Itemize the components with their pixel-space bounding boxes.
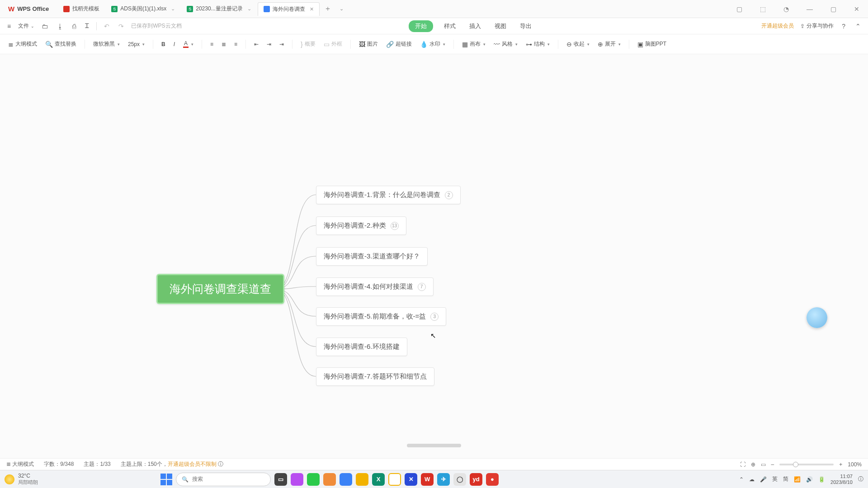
maximize-button[interactable]: ▢ [826, 5, 841, 13]
tab-mindmap[interactable]: 海外问卷调查 ✕ [258, 2, 320, 16]
minimize-button[interactable]: — [802, 5, 817, 13]
ribbon-tab-export[interactable]: 导出 [517, 20, 534, 32]
redo-icon[interactable]: ↷ [117, 21, 126, 32]
collapse-button[interactable]: ⊖收起▾ [566, 40, 590, 48]
save-icon[interactable]: 🗀 [40, 21, 50, 32]
mindmap-child-node[interactable]: 海外问卷调查-7.答题环节和细节点 [316, 367, 434, 386]
ribbon-tab-style[interactable]: 样式 [441, 20, 458, 32]
cube-icon[interactable]: ⬚ [755, 5, 770, 13]
zoom-minus-button[interactable]: – [771, 461, 774, 468]
font-family-select[interactable]: 微软雅黑▾ [93, 40, 120, 48]
zoom-slider[interactable] [779, 464, 834, 465]
find-replace-button[interactable]: 🔍查找替换 [45, 40, 76, 48]
mindmap-child-node[interactable]: 海外问卷调查-3.渠道查哪个好？ [316, 247, 428, 266]
font-size-select[interactable]: 25px▾ [128, 41, 145, 47]
tab-xlsx-1[interactable]: S ADS美国(1)(1).xlsx ⌄ [106, 2, 180, 15]
mindmap-root-node[interactable]: 海外问卷调查渠道查 [156, 274, 284, 304]
hyperlink-button[interactable]: 🔗超链接 [386, 40, 412, 48]
taskbar-app-icon[interactable]: ✈ [437, 473, 450, 486]
mindmap-child-node[interactable]: 海外问卷调查-4.如何对接渠道 7 [316, 277, 434, 296]
indent-left-button[interactable]: ⇤ [254, 41, 259, 47]
taskbar-search[interactable]: 🔍 搜索 [176, 473, 271, 486]
italic-button[interactable]: I [174, 41, 175, 47]
mindmap-child-node[interactable]: 海外问卷调查-1.背景：什么是问卷调查 2 [316, 186, 461, 204]
frame-button[interactable]: ▭外框 [324, 40, 342, 48]
ribbon-tab-insert[interactable]: 插入 [467, 20, 484, 32]
battery-icon[interactable]: 🔋 [818, 476, 825, 483]
vip-link[interactable]: 开通超级会员 [761, 22, 794, 30]
floating-assistant-button[interactable] [807, 307, 827, 328]
bold-button[interactable]: B [161, 41, 165, 47]
node-count-badge[interactable]: 13 [391, 222, 399, 230]
zoom-out-button[interactable]: ▭ [761, 461, 766, 468]
align-left-button[interactable]: ≡ [210, 41, 213, 47]
menu-icon[interactable]: ≡ [5, 21, 13, 32]
tab-close-icon[interactable]: ⌄ [171, 6, 175, 12]
tab-xlsx-2[interactable]: S 20230...量注册记录 ⌄ [181, 2, 256, 15]
taskbar-app-icon[interactable]: X [372, 473, 385, 486]
volume-icon[interactable]: 🔊 [806, 476, 813, 483]
canvas-button[interactable]: ▦画布▾ [462, 40, 486, 48]
image-button[interactable]: 🖼图片 [359, 40, 378, 48]
taskbar-app-icon[interactable] [340, 473, 352, 486]
node-count-badge[interactable]: 7 [418, 283, 426, 291]
ribbon-tab-start[interactable]: 开始 [409, 20, 433, 32]
zoom-plus-button[interactable]: + [839, 461, 842, 468]
locate-icon[interactable]: ⊕ [751, 461, 755, 468]
mindppt-button[interactable]: ▣脑图PPT [637, 40, 666, 48]
ribbon-tab-view[interactable]: 视图 [492, 20, 509, 32]
align-center-button[interactable]: ≣ [222, 41, 226, 47]
taskbar-app-icon[interactable] [307, 473, 320, 486]
tab-close-icon[interactable]: ⌄ [247, 6, 251, 12]
structure-button[interactable]: ⊶结构▾ [526, 40, 550, 48]
notifications-icon[interactable]: ⓘ [858, 475, 863, 483]
taskbar-app-icon[interactable]: W [421, 473, 434, 486]
onedrive-icon[interactable]: ☁ [749, 476, 755, 483]
tab-menu-icon[interactable]: ⌄ [336, 4, 347, 14]
taskbar-app-icon[interactable]: yd [470, 473, 482, 486]
outline-mode-button[interactable]: ≣大纲模式 [8, 40, 37, 48]
taskbar-app-icon[interactable]: ◯ [453, 473, 466, 486]
ime-mode[interactable]: 简 [783, 475, 788, 483]
indent-center-button[interactable]: ⇥ [267, 41, 271, 47]
node-count-badge[interactable]: 2 [445, 191, 453, 199]
vip-unlimited-link[interactable]: 开通超级会员不限制 [168, 461, 217, 467]
outline-mode-toggle[interactable]: ≣ 大纲模式 [6, 460, 34, 468]
mic-icon[interactable]: 🎤 [760, 476, 767, 483]
style-button[interactable]: 〰风格▾ [494, 40, 518, 48]
format-painter-icon[interactable]: Ꮖ [83, 20, 91, 32]
wifi-icon[interactable]: 📶 [794, 476, 801, 483]
mindmap-canvas[interactable]: 海外问卷调查渠道查 海外问卷调查-1.背景：什么是问卷调查 2 海外问卷调查-2… [0, 54, 868, 470]
mindmap-child-node[interactable]: 海外问卷调查-5.前期准备，收-=益 3 [316, 307, 446, 326]
undo-icon[interactable]: ↶ [102, 21, 111, 32]
tab-close-icon[interactable]: ✕ [310, 6, 314, 12]
download-icon[interactable]: ⭳ [55, 21, 65, 32]
layout-icon[interactable]: ▢ [731, 5, 747, 13]
horizontal-scrollbar[interactable] [407, 444, 461, 447]
weather-widget[interactable]: 32°C 局部晴朗 [5, 473, 38, 486]
start-button[interactable] [160, 474, 172, 485]
expand-button[interactable]: ⊕展开▾ [598, 40, 621, 48]
taskbar-app-icon[interactable] [323, 473, 336, 486]
node-count-badge[interactable]: 3 [430, 313, 439, 321]
taskbar-app-icon[interactable] [356, 473, 368, 486]
notification-icon[interactable]: ◔ [778, 5, 794, 13]
tray-chevron-icon[interactable]: ⌃ [739, 476, 744, 483]
fit-view-icon[interactable]: ⛶ [740, 461, 745, 468]
watermark-button[interactable]: 💧水印▾ [420, 40, 445, 48]
taskbar-app-icon[interactable]: ▭ [274, 473, 287, 486]
indent-right-button[interactable]: ⇥ [279, 41, 284, 47]
close-window-button[interactable]: ✕ [849, 5, 864, 13]
zoom-knob[interactable] [793, 462, 798, 467]
clock[interactable]: 11:07 2023/8/10 [830, 474, 853, 484]
mindmap-child-node[interactable]: 海外问卷调查-6.环境搭建 [316, 338, 407, 356]
align-right-button[interactable]: ≡ [234, 41, 237, 47]
ime-lang[interactable]: 英 [772, 475, 778, 483]
mindmap-child-node[interactable]: 海外问卷调查-2.种类 13 [316, 216, 406, 235]
share-button[interactable]: ⇪分享与协作 [800, 22, 834, 30]
taskbar-app-icon[interactable] [388, 473, 401, 486]
export-icon[interactable]: ⎙ [71, 21, 78, 32]
summary-button[interactable]: }概要 [301, 40, 316, 48]
font-color-button[interactable]: A▾ [183, 40, 193, 48]
add-tab-button[interactable]: ＋ [321, 2, 335, 15]
